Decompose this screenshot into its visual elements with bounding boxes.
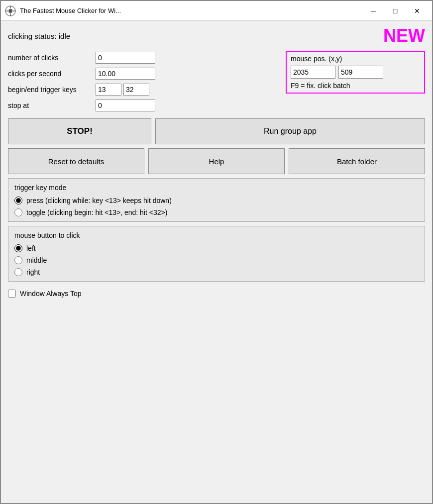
new-badge: NEW xyxy=(383,27,425,45)
button-row-2: Reset to defaults Help Batch folder xyxy=(8,148,425,174)
trigger-key-mode-title: trigger key mode xyxy=(14,184,419,192)
press-radio-label: press (clicking while: key <13> keeps hi… xyxy=(26,197,172,204)
number-of-clicks-row: number of clicks xyxy=(8,51,282,65)
trigger-key-mode-section: trigger key mode press (clicking while: … xyxy=(8,178,425,222)
left-fields: number of clicks clicks per second begin… xyxy=(8,51,282,112)
trigger-key-end-input[interactable] xyxy=(123,84,149,96)
middle-radio[interactable] xyxy=(14,256,22,264)
reset-defaults-button[interactable]: Reset to defaults xyxy=(8,148,144,174)
window-controls: ─ □ ✕ xyxy=(362,3,428,18)
trigger-keys-row: begin/end trigger keys xyxy=(8,83,282,97)
fields-section: number of clicks clicks per second begin… xyxy=(8,51,425,112)
left-radio[interactable] xyxy=(14,244,22,252)
mouse-button-title: mouse button to click xyxy=(14,231,419,239)
stop-at-input[interactable] xyxy=(96,100,155,111)
clicks-per-second-label: clicks per second xyxy=(8,70,93,78)
left-radio-label: left xyxy=(26,244,36,252)
trigger-keys-label: begin/end trigger keys xyxy=(8,86,93,94)
clicks-per-second-input[interactable] xyxy=(96,68,155,80)
mouse-pos-y-input[interactable] xyxy=(338,66,383,79)
trigger-inputs xyxy=(96,84,149,96)
mouse-pos-panel: mouse pos. (x,y) F9 = fix. click batch xyxy=(286,51,425,94)
middle-radio-row[interactable]: middle xyxy=(14,256,419,264)
close-button[interactable]: ✕ xyxy=(406,3,428,18)
stop-at-label: stop at xyxy=(8,101,93,109)
toggle-radio[interactable] xyxy=(14,208,22,216)
help-button[interactable]: Help xyxy=(148,148,285,174)
window-always-top-row[interactable]: Window Always Top xyxy=(8,286,425,300)
right-radio-label: right xyxy=(26,268,40,276)
right-radio-row[interactable]: right xyxy=(14,268,419,276)
main-window: The Fastest Mouse Clicker for Wi... ─ □ … xyxy=(0,0,433,504)
batch-folder-button[interactable]: Batch folder xyxy=(289,148,425,174)
minimize-button[interactable]: ─ xyxy=(362,3,384,18)
press-radio-row[interactable]: press (clicking while: key <13> keeps hi… xyxy=(14,197,419,204)
left-radio-row[interactable]: left xyxy=(14,244,419,252)
status-text: clicking status: idle xyxy=(8,32,70,40)
title-bar: The Fastest Mouse Clicker for Wi... ─ □ … xyxy=(1,1,432,21)
trigger-key-begin-input[interactable] xyxy=(96,84,121,96)
mouse-pos-x-input[interactable] xyxy=(291,66,335,79)
window-always-top-checkbox[interactable] xyxy=(8,290,16,298)
toggle-radio-label: toggle (clicking begin: hit <13>, end: h… xyxy=(26,208,167,216)
middle-radio-label: middle xyxy=(26,256,47,264)
press-radio[interactable] xyxy=(14,197,22,204)
right-radio[interactable] xyxy=(14,268,22,276)
stop-at-row: stop at xyxy=(8,99,282,112)
app-icon xyxy=(5,5,16,16)
svg-point-1 xyxy=(8,9,12,13)
clicks-per-second-row: clicks per second xyxy=(8,67,282,81)
window-title: The Fastest Mouse Clicker for Wi... xyxy=(20,7,362,14)
status-row: clicking status: idle NEW xyxy=(8,26,425,47)
f9-text: F9 = fix. click batch xyxy=(291,82,420,90)
toggle-radio-row[interactable]: toggle (clicking begin: hit <13>, end: h… xyxy=(14,208,419,216)
number-of-clicks-input[interactable] xyxy=(96,52,155,64)
number-of-clicks-label: number of clicks xyxy=(8,54,93,62)
mouse-pos-inputs xyxy=(291,66,420,79)
window-always-top-label: Window Always Top xyxy=(20,290,81,298)
run-group-button[interactable]: Run group app xyxy=(155,118,425,144)
mouse-pos-label: mouse pos. (x,y) xyxy=(291,55,420,63)
button-row-1: STOP! Run group app xyxy=(8,118,425,144)
maximize-button[interactable]: □ xyxy=(384,3,406,18)
main-content: clicking status: idle NEW number of clic… xyxy=(1,21,432,503)
stop-button[interactable]: STOP! xyxy=(8,118,151,144)
mouse-button-section: mouse button to click left middle right xyxy=(8,226,425,282)
